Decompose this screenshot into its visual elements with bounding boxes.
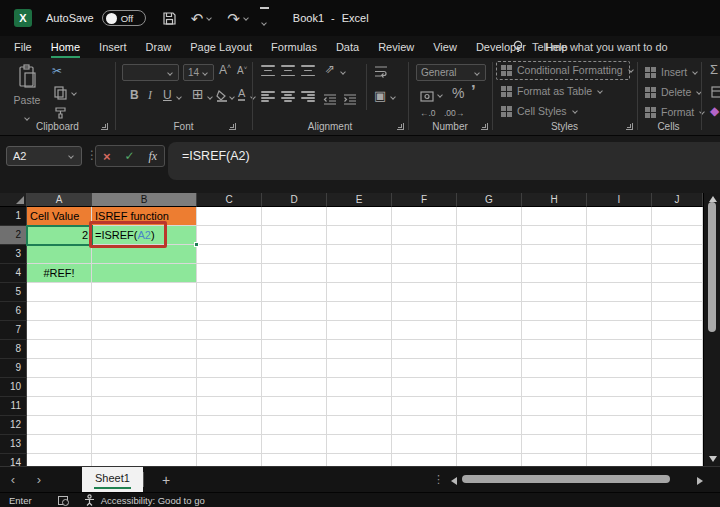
- comma-style-icon[interactable]: ’: [471, 82, 476, 102]
- cell-f10[interactable]: [392, 378, 457, 397]
- cell-a3[interactable]: [27, 245, 92, 264]
- cell-i13[interactable]: [587, 435, 652, 454]
- cell-a2[interactable]: 2: [27, 226, 92, 245]
- cell-i3[interactable]: [587, 245, 652, 264]
- cell-b5[interactable]: [92, 283, 197, 302]
- tab-scroll-handle[interactable]: ⋮: [433, 466, 444, 492]
- cell-j8[interactable]: [652, 340, 703, 359]
- cell-g14[interactable]: [457, 454, 522, 466]
- ribbon-tab-data[interactable]: Data: [336, 36, 359, 58]
- align-top-icon[interactable]: [261, 65, 275, 76]
- font-dialog-launcher[interactable]: [229, 123, 236, 130]
- scroll-right-icon[interactable]: [697, 477, 703, 485]
- row-header-2[interactable]: 2: [0, 226, 27, 245]
- cell-a8[interactable]: [27, 340, 92, 359]
- horizontal-scroll-thumb[interactable]: [462, 475, 670, 483]
- next-sheet-icon[interactable]: ›: [26, 467, 52, 492]
- cell-d11[interactable]: [262, 397, 327, 416]
- increase-indent-icon[interactable]: [343, 91, 357, 109]
- cell-g4[interactable]: [457, 264, 522, 283]
- cell-styles-button[interactable]: Cell Styles: [501, 105, 579, 117]
- cell-j2[interactable]: [652, 226, 703, 245]
- cell-c6[interactable]: [197, 302, 262, 321]
- cell-b2[interactable]: =ISREF(A2): [92, 226, 197, 245]
- cell-h5[interactable]: [522, 283, 587, 302]
- cell-c1[interactable]: [197, 207, 262, 226]
- cell-h14[interactable]: [522, 454, 587, 466]
- cell-g2[interactable]: [457, 226, 522, 245]
- cell-j14[interactable]: [652, 454, 703, 466]
- column-header-a[interactable]: A: [27, 193, 92, 207]
- italic-button[interactable]: I: [148, 88, 152, 103]
- shrink-font-icon[interactable]: A˅: [237, 65, 247, 76]
- cell-d9[interactable]: [262, 359, 327, 378]
- cell-b12[interactable]: [92, 416, 197, 435]
- insert-function-icon[interactable]: fx: [148, 149, 157, 164]
- decrease-decimal-icon[interactable]: .00→: [444, 108, 464, 118]
- cell-e2[interactable]: [327, 226, 392, 245]
- fill-down-icon[interactable]: [711, 84, 720, 102]
- vertical-scroll-thumb[interactable]: [708, 202, 716, 332]
- row-header-7[interactable]: 7: [0, 321, 27, 340]
- cell-i12[interactable]: [587, 416, 652, 435]
- cell-f6[interactable]: [392, 302, 457, 321]
- cell-a11[interactable]: [27, 397, 92, 416]
- cell-h9[interactable]: [522, 359, 587, 378]
- row-header-9[interactable]: 9: [0, 359, 27, 378]
- ribbon-tab-review[interactable]: Review: [378, 36, 414, 58]
- cell-g6[interactable]: [457, 302, 522, 321]
- cell-e13[interactable]: [327, 435, 392, 454]
- cell-b1[interactable]: ISREF function: [92, 207, 197, 226]
- cell-g13[interactable]: [457, 435, 522, 454]
- cell-j9[interactable]: [652, 359, 703, 378]
- cell-f2[interactable]: [392, 226, 457, 245]
- row-header-3[interactable]: 3: [0, 245, 27, 264]
- cell-h10[interactable]: [522, 378, 587, 397]
- cell-e4[interactable]: [327, 264, 392, 283]
- cell-f12[interactable]: [392, 416, 457, 435]
- tell-me-search[interactable]: Tell me what you want to do: [512, 36, 668, 58]
- chevron-down-icon[interactable]: [71, 90, 77, 96]
- cell-c13[interactable]: [197, 435, 262, 454]
- cell-d5[interactable]: [262, 283, 327, 302]
- cell-g8[interactable]: [457, 340, 522, 359]
- column-header-c[interactable]: C: [197, 193, 262, 207]
- chevron-down-icon[interactable]: [340, 69, 346, 75]
- cell-f4[interactable]: [392, 264, 457, 283]
- cell-a7[interactable]: [27, 321, 92, 340]
- accessibility-status[interactable]: Accessibility: Good to go: [101, 495, 205, 506]
- cell-d12[interactable]: [262, 416, 327, 435]
- customize-quick-access-icon[interactable]: [260, 7, 269, 29]
- cell-j13[interactable]: [652, 435, 703, 454]
- row-header-12[interactable]: 12: [0, 416, 27, 435]
- cell-a13[interactable]: [27, 435, 92, 454]
- cell-h13[interactable]: [522, 435, 587, 454]
- column-header-b[interactable]: B: [92, 193, 197, 207]
- cell-e3[interactable]: [327, 245, 392, 264]
- cell-e6[interactable]: [327, 302, 392, 321]
- column-header-d[interactable]: D: [262, 193, 327, 207]
- cell-i8[interactable]: [587, 340, 652, 359]
- font-color-icon[interactable]: A: [238, 87, 245, 101]
- row-header-13[interactable]: 13: [0, 435, 27, 454]
- align-left-icon[interactable]: [261, 91, 275, 102]
- cell-d3[interactable]: [262, 245, 327, 264]
- cell-g1[interactable]: [457, 207, 522, 226]
- cell-a10[interactable]: [27, 378, 92, 397]
- cell-j10[interactable]: [652, 378, 703, 397]
- row-header-4[interactable]: 4: [0, 264, 27, 283]
- ribbon-tab-page-layout[interactable]: Page Layout: [190, 36, 252, 58]
- cell-h11[interactable]: [522, 397, 587, 416]
- fill-handle[interactable]: [194, 242, 199, 247]
- cell-c2[interactable]: [197, 226, 262, 245]
- cell-e14[interactable]: [327, 454, 392, 466]
- cell-g7[interactable]: [457, 321, 522, 340]
- cell-c3[interactable]: [197, 245, 262, 264]
- column-header-e[interactable]: E: [327, 193, 392, 207]
- cell-d7[interactable]: [262, 321, 327, 340]
- cell-f3[interactable]: [392, 245, 457, 264]
- clipboard-dialog-launcher[interactable]: [101, 123, 108, 130]
- cell-e1[interactable]: [327, 207, 392, 226]
- cell-d6[interactable]: [262, 302, 327, 321]
- redo-button[interactable]: ↷: [227, 11, 250, 26]
